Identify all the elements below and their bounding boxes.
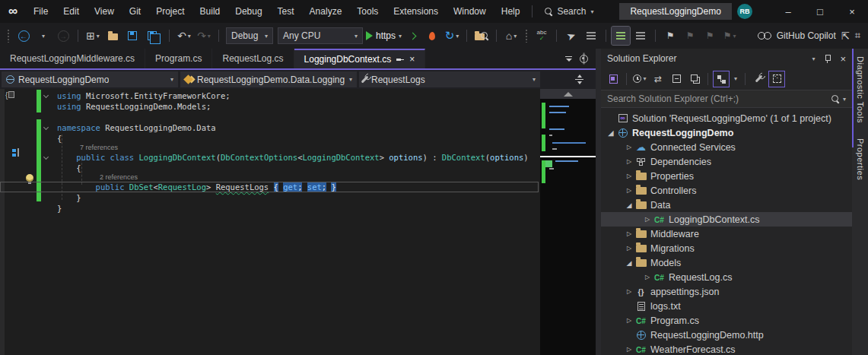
toolbar-grip[interactable] [7,29,10,43]
code-editor[interactable]: { using Microsoft.EntityFrameworkCore;us… [0,89,596,355]
solution-search-box[interactable]: ▾ [601,90,852,108]
menu-project[interactable]: Project [148,0,192,23]
fold-chevron-icon[interactable] [43,125,49,130]
minimap-scrollbar[interactable] [540,89,596,355]
navigate-back-dropdown[interactable]: ▾ [34,27,52,45]
tree-item-appsettings-json[interactable]: ▷appsettings.json [601,284,852,299]
tree-item-weatherforecast-cs[interactable]: ▷WeatherForecast.cs [601,342,852,355]
pin-icon[interactable] [824,55,831,63]
tree-expand-arrow[interactable]: ▷ [624,317,634,324]
tree-expand-arrow[interactable]: ▷ [624,144,634,151]
previous-bookmark-button[interactable]: ⚑ [681,27,699,45]
select-mode-button[interactable]: ➤ [562,27,580,45]
settings-wrench-icon[interactable] [751,71,766,87]
close-button[interactable]: × [836,0,868,23]
code-line[interactable]: using Microsoft.EntityFrameworkCore; [0,90,539,101]
switch-views-icon[interactable] [606,71,621,87]
hot-reload-button[interactable] [423,27,441,45]
tree-item-connected-services[interactable]: ▷Connected Services [601,140,852,154]
pin-tab-icon[interactable] [396,55,404,63]
menu-tools[interactable]: Tools [349,0,386,23]
save-all-button[interactable] [143,27,161,45]
close-tab-icon[interactable]: × [409,54,415,65]
search-options-icon[interactable]: ▾ [843,96,846,103]
code-line[interactable]: using RequestLoggingDemo.Models; [0,101,539,112]
tab-loggingdbcontext[interactable]: LoggingDbContext.cs × [294,49,426,68]
active-files-dropdown-icon[interactable] [565,56,572,62]
start-without-debugging-button[interactable] [403,27,421,45]
code-line[interactable]: } [0,203,539,214]
menu-git[interactable]: Git [122,0,148,23]
code-line[interactable] [0,112,539,122]
feedback-icon[interactable]: ⌗ [855,30,860,42]
type-dropdown[interactable]: RequestLoggingDemo.Data.LoggingDbContext… [180,71,357,87]
collapse-all-icon[interactable] [669,71,684,87]
undo-button[interactable]: ↶▾ [175,27,193,45]
new-project-button[interactable]: ⊞▾ [84,27,102,45]
tab-program[interactable]: Program.cs [145,49,212,68]
panel-splitter[interactable] [596,49,601,355]
code-line[interactable]: public class LoggingDbContext(DbContextO… [0,152,539,163]
comment-selection-button[interactable] [612,27,630,45]
tree-item-data[interactable]: ◢Data [601,198,852,212]
share-icon[interactable]: ⇱ [841,30,850,42]
menu-build[interactable]: Build [192,0,228,23]
next-bookmark-button[interactable]: ⚑ [701,27,719,45]
sync-dropdown-icon[interactable]: ▾ [732,71,739,87]
open-file-button[interactable] [103,27,122,45]
menu-file[interactable]: File [26,0,56,23]
project-dropdown[interactable]: RequestLoggingDemo ▾ [2,71,178,87]
tree-item-logs-txt[interactable]: logs.txt [601,299,852,313]
navigate-back-button[interactable]: ← [14,27,33,45]
save-button[interactable] [123,27,141,45]
tree-expand-arrow[interactable]: ▷ [624,158,634,165]
properties-window-icon[interactable] [687,71,702,87]
close-panel-icon[interactable]: × [840,54,846,64]
codelens-references[interactable]: 7 references [0,144,540,152]
menu-analyze[interactable]: Analyze [302,0,350,23]
solution-search-input[interactable] [607,94,831,104]
scroll-up-button[interactable] [540,89,596,99]
toggle-bookmark-button[interactable]: ⚑ [661,27,679,45]
tab-requestloggingmiddleware[interactable]: RequestLoggingMiddleware.cs [0,49,145,68]
tab-requestlog[interactable]: RequestLog.cs [212,49,294,68]
code-line[interactable]: } [0,192,539,203]
preview-selected-items-toggle[interactable] [769,71,784,87]
tree-expand-arrow[interactable]: ◢ [624,201,634,209]
tree-expand-arrow[interactable]: ◢ [624,259,634,267]
code-line[interactable]: public DbSet<RequestLog> RequestLogs { g… [0,182,539,192]
tree-item-controllers[interactable]: ▷Controllers [601,183,852,198]
codelens-references[interactable]: 2 references [0,173,540,182]
sync-icon[interactable]: ⇄ [650,71,666,87]
solution-explorer-home-button[interactable]: ⌂▾ [502,27,520,45]
maximize-button[interactable]: □ [804,0,836,23]
account-avatar[interactable]: RB [737,4,752,19]
tab-properties[interactable]: Properties [856,131,865,188]
split-window-button[interactable] [575,74,583,84]
pending-changes-filter-icon[interactable]: ▾ [632,71,647,87]
minimize-button[interactable]: – [772,0,804,23]
format-indent-button[interactable] [582,27,600,45]
redo-button[interactable]: ↷▾ [195,27,213,45]
tree-expand-arrow[interactable]: ▷ [624,245,634,252]
menu-help[interactable]: Help [494,0,528,23]
code-line[interactable]: { [0,163,539,173]
tree-expand-arrow[interactable]: ▷ [624,173,634,179]
tree-expand-arrow[interactable]: ▷ [624,230,634,237]
tree-item-middleware[interactable]: ▷Middleware [601,227,852,241]
code-line[interactable]: { [0,133,539,144]
start-debugging-button[interactable]: https ▾ [366,27,402,45]
menu-edit[interactable]: Edit [56,0,87,23]
restart-button[interactable]: ↻▾ [443,27,461,45]
fold-chevron-icon[interactable] [43,93,49,98]
window-position-menu-icon[interactable]: ▾ [812,55,815,62]
tree-item-properties[interactable]: ▷Properties [601,169,852,183]
tree-item-requestloggingdemo-http[interactable]: RequestLoggingDemo.http [601,328,852,342]
menu-debug[interactable]: Debug [227,0,269,23]
tree-item-solution-requestloggingdemo-1-of-1-project[interactable]: Solution 'RequestLoggingDemo' (1 of 1 pr… [601,111,852,125]
navigate-forward-button[interactable]: → [54,27,72,45]
tree-item-migrations[interactable]: ▷Migrations [601,241,852,255]
menu-window[interactable]: Window [446,0,494,23]
tree-expand-arrow[interactable]: ▷ [642,216,653,223]
tree-expand-arrow[interactable]: ◢ [606,129,616,137]
